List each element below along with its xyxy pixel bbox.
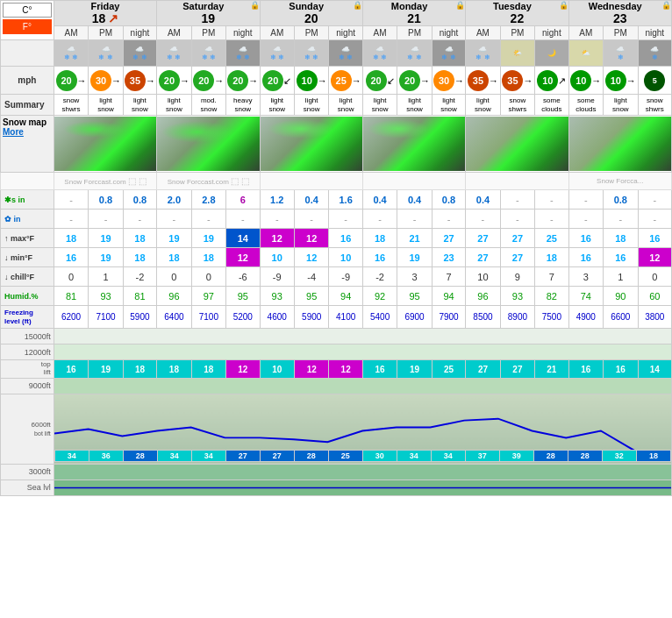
humid-wed-am: 74 — [568, 287, 603, 306]
watermark-label — [1, 173, 54, 190]
snow-in-label: ✱s in — [1, 190, 54, 210]
bot-mon-am: 30 — [362, 450, 397, 461]
chill-fri-night: -2 — [123, 267, 156, 287]
weather-icon-sun-am: ☁️❄ ❄ — [260, 40, 294, 67]
weather-icon-sat-night: ☁️❄ ❄ — [226, 40, 260, 67]
weather-icon-fri-night: ☁️❄ ❄ — [123, 40, 156, 67]
tmin-sat-am: 18 — [157, 248, 191, 267]
rain-mon-pm: - — [397, 210, 432, 229]
tmax-sun-night: 16 — [329, 229, 362, 248]
snow-map-sun[interactable] — [260, 116, 362, 173]
alt-9000-label: 9000ft — [1, 378, 54, 394]
snow-map-mon[interactable] — [362, 116, 465, 173]
tmax-sat-night: 14 — [226, 229, 260, 248]
snow-map-sat[interactable] — [157, 116, 260, 173]
freeze-tue-pm: 8900 — [500, 306, 534, 329]
chill-sun-night: -9 — [329, 267, 362, 287]
temp-min-label: ↓ min°F — [1, 248, 54, 267]
chill-mon-am: -2 — [362, 267, 397, 287]
humid-wed-pm: 90 — [604, 287, 638, 306]
period-sat-am: AM — [157, 26, 191, 40]
watermark-fri: Snow Forccast.com ⬚ ⬚ — [54, 173, 156, 190]
weather-icon-tue-night: 🌙 — [535, 40, 568, 67]
period-sat-pm: PM — [191, 26, 225, 40]
wind-wed-night: 5 — [638, 67, 671, 95]
freeze-tue-night: 7500 — [535, 306, 568, 329]
freeze-wed-pm: 6600 — [604, 306, 638, 329]
chill-wed-am: 3 — [568, 267, 603, 287]
snow-mon-am: 0.4 — [362, 190, 397, 210]
elev12-fri-night: 18 — [123, 360, 156, 379]
tmax-sun-am: 12 — [260, 229, 294, 248]
humid-sat-am: 96 — [157, 287, 191, 306]
wind-fri-am: 20→ — [54, 67, 88, 95]
humid-label: Humid.% — [1, 287, 54, 306]
elev12-mon-am: 16 — [362, 360, 397, 379]
freeze-sun-am: 4600 — [260, 306, 294, 329]
period-mon-am: AM — [362, 26, 397, 40]
chill-mon-pm: 3 — [397, 267, 432, 287]
period-sun-night: night — [329, 26, 362, 40]
tmin-sun-am: 10 — [260, 248, 294, 267]
summary-wed-night: snowshwrs — [638, 95, 671, 116]
wind-fri-pm: 30→ — [89, 67, 123, 95]
weather-icon-wed-night: ☁️❄ — [638, 40, 671, 67]
summary-wed-am: someclouds — [568, 95, 603, 116]
period-tue-pm: PM — [500, 26, 534, 40]
period-tue-am: AM — [466, 26, 500, 40]
snow-wed-night: - — [638, 190, 671, 210]
snow-map-wed[interactable] — [568, 116, 671, 173]
snow-tue-night: - — [535, 190, 568, 210]
weather-icon-mon-pm: ☁️❄ ❄ — [397, 40, 432, 67]
tmin-tue-am: 27 — [466, 248, 500, 267]
tmin-mon-pm: 19 — [397, 248, 432, 267]
snow-map-label[interactable]: Snow mapMore — [1, 116, 54, 173]
freeze-sat-night: 5200 — [226, 306, 260, 329]
humid-wed-night: 60 — [638, 287, 671, 306]
alt-3000-label: 3000ft — [1, 464, 54, 479]
freeze-mon-night: 7900 — [432, 306, 465, 329]
period-wed-am: AM — [568, 26, 603, 40]
snow-map-fri[interactable] — [54, 116, 156, 173]
wind-mon-am: 20↙ — [362, 67, 397, 95]
bot-wed-am: 28 — [568, 450, 602, 461]
chill-fri-pm: 1 — [89, 267, 123, 287]
weather-icon-tue-pm: 🌤️ — [500, 40, 534, 67]
tmin-wed-pm: 16 — [604, 248, 638, 267]
tmin-sun-pm: 12 — [294, 248, 328, 267]
freeze-mon-pm: 6900 — [397, 306, 432, 329]
rain-sun-am: - — [260, 210, 294, 229]
rain-in-label: ✿ in — [1, 210, 54, 229]
freeze-tue-am: 8500 — [466, 306, 500, 329]
rain-mon-night: - — [432, 210, 465, 229]
summary-sat-pm: mod.snow — [191, 95, 225, 116]
wind-wed-pm: 10→ — [604, 67, 638, 95]
snow-map-tue[interactable] — [466, 116, 568, 173]
rain-wed-am: - — [568, 210, 603, 229]
snow-sat-pm: 2.8 — [191, 190, 225, 210]
temp-unit-toggle[interactable]: C° — [3, 3, 52, 18]
rain-tue-am: - — [466, 210, 500, 229]
summary-wed-pm: lightsnow — [604, 95, 638, 116]
wind-sun-am: 20↙ — [260, 67, 294, 95]
bot-sat-am: 34 — [157, 450, 191, 461]
snow-sat-night: 6 — [226, 190, 260, 210]
tmax-mon-am: 18 — [362, 229, 397, 248]
summary-fri-pm: lightsnow — [89, 95, 123, 116]
wind-tue-night: 10↗ — [535, 67, 568, 95]
bot-sun-am: 27 — [260, 450, 294, 461]
period-sat-night: night — [226, 26, 260, 40]
wind-unit-toggle[interactable]: F° — [3, 19, 52, 34]
bot-sat-pm: 34 — [191, 450, 225, 461]
humid-mon-pm: 95 — [397, 287, 432, 306]
elev12-wed-am: 16 — [568, 360, 603, 379]
wind-sun-pm: 10→ — [294, 67, 328, 95]
humid-fri-am: 81 — [54, 287, 88, 306]
rain-wed-pm: - — [604, 210, 638, 229]
rain-sun-night: - — [329, 210, 362, 229]
day-header-saturday: Saturday 🔒 19 — [157, 1, 260, 26]
rain-fri-pm: - — [89, 210, 123, 229]
elev12-sat-pm: 18 — [191, 360, 225, 379]
chill-sun-am: -9 — [260, 267, 294, 287]
snow-sat-am: 2.0 — [157, 190, 191, 210]
